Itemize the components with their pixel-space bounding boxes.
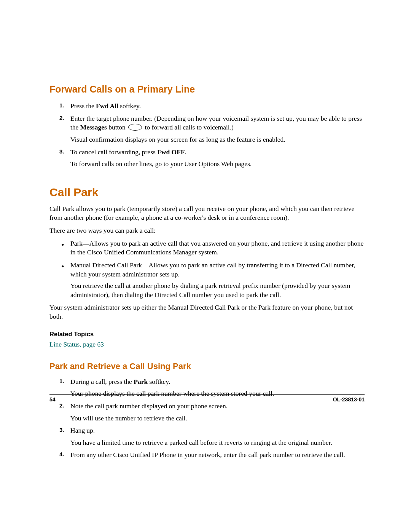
paragraph: Call Park allows you to park (temporaril… <box>49 204 365 222</box>
step-text: From any other Cisco Unified IP Phone in… <box>70 451 345 459</box>
bullet-text: Manual Directed Call Park—Allows you to … <box>70 261 355 278</box>
step-2: 2. Enter the target phone number. (Depen… <box>61 114 365 144</box>
step-num: 2. <box>59 114 64 122</box>
step-1: 1. Press the Fwd All softkey. <box>61 102 365 111</box>
step-text: Note the call park number displayed on y… <box>70 402 228 410</box>
step-num: 3. <box>59 148 64 155</box>
step-num: 3. <box>59 426 64 434</box>
bullet-text: Park—Allows you to park an active call t… <box>70 240 363 256</box>
step-3: 3. Hang up. You have a limited time to r… <box>61 426 365 447</box>
step-num: 1. <box>59 102 64 109</box>
bullet-sub: You retrieve the call at another phone b… <box>70 281 365 299</box>
related-topics-heading: Related Topics <box>49 331 365 338</box>
heading-forward-calls: Forward Calls on a Primary Line <box>49 84 365 95</box>
step-num: 2. <box>59 402 64 409</box>
doc-id: OL-23813-01 <box>333 396 365 403</box>
related-link[interactable]: Line Status, page 63 <box>49 340 104 348</box>
steps-list-park: 1. During a call, press the Park softkey… <box>61 377 365 460</box>
step-extra: Visual confirmation displays on your scr… <box>70 135 365 144</box>
step-num: 1. <box>59 377 64 385</box>
heading-park-retrieve: Park and Retrieve a Call Using Park <box>49 361 365 371</box>
step-extra: To forward calls on other lines, go to y… <box>70 160 365 169</box>
messages-button-icon <box>128 124 142 131</box>
paragraph: There are two ways you can park a call: <box>49 226 365 235</box>
step-2: 2. Note the call park number displayed o… <box>61 402 365 423</box>
paragraph: Your system administrator sets up either… <box>49 303 365 321</box>
bullet-list: Park—Allows you to park an active call t… <box>61 239 365 300</box>
step-text: During a call, press the Park softkey. <box>70 378 170 385</box>
page-footer: 54 OL-23813-01 <box>49 394 365 403</box>
page-number: 54 <box>49 396 56 403</box>
step-text: Hang up. <box>70 427 95 434</box>
step-3: 3. To cancel call forwarding, press Fwd … <box>61 148 365 169</box>
step-num: 4. <box>59 451 64 458</box>
heading-call-park: Call Park <box>49 186 365 199</box>
step-text: To cancel call forwarding, press Fwd OFF… <box>70 148 186 156</box>
step-extra: You will use the number to retrieve the … <box>70 414 365 423</box>
step-text: Enter the target phone number. (Dependin… <box>70 115 362 131</box>
step-extra: You have a limited time to retrieve a pa… <box>70 438 365 447</box>
step-4: 4. From any other Cisco Unified IP Phone… <box>61 451 365 460</box>
steps-list-forward: 1. Press the Fwd All softkey. 2. Enter t… <box>61 102 365 169</box>
bullet-item: Park—Allows you to park an active call t… <box>61 239 365 257</box>
bullet-item: Manual Directed Call Park—Allows you to … <box>61 261 365 300</box>
step-text: Press the Fwd All softkey. <box>70 102 141 110</box>
